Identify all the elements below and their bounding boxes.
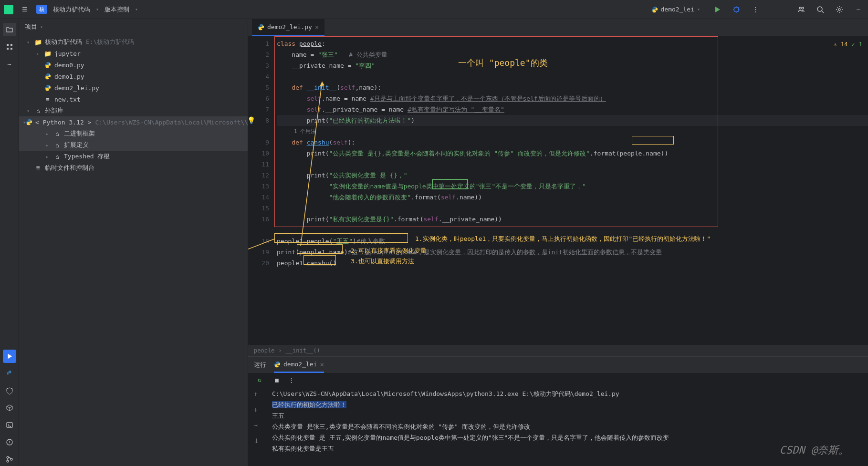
main-menu-icon[interactable]: ☰ <box>19 4 31 15</box>
services-tool-icon[interactable] <box>3 384 16 397</box>
project-tool-icon[interactable] <box>3 23 16 36</box>
svg-rect-8 <box>10 48 12 50</box>
project-badge[interactable]: 核 <box>36 5 47 14</box>
run-button-icon[interactable] <box>711 4 723 15</box>
svg-point-11 <box>7 456 9 458</box>
more-tool-icon[interactable]: ⋯ <box>3 57 16 71</box>
separator: ⋮ <box>288 376 294 383</box>
library-icon: ⌂ <box>34 107 42 114</box>
close-icon[interactable]: × <box>315 23 319 31</box>
svg-point-2 <box>802 7 804 9</box>
expand-icon[interactable]: ▸ <box>46 143 53 148</box>
run-output[interactable]: ↑ ↓ ⇥ ⤓ C:\Users\WZS-CN\AppData\Local\Mi… <box>248 386 868 466</box>
close-icon[interactable]: × <box>320 361 324 368</box>
tree-folder-jupyter[interactable]: ▸📁jupyter <box>19 48 248 59</box>
tree-typeshed[interactable]: ▸⌂Typeshed 存根 <box>19 151 248 162</box>
expand-icon[interactable]: ▸ <box>46 131 53 136</box>
bulb-icon[interactable]: 💡 <box>248 115 255 126</box>
soft-wrap-icon[interactable]: ⇥ <box>254 420 259 431</box>
tree-file-demo0[interactable]: demo0.py <box>19 59 248 71</box>
editor-area: demo2_lei.py × 1 2 3 4 5 6 7 💡8 9 10 11 … <box>248 19 868 466</box>
python-console-icon[interactable] <box>3 367 16 380</box>
svg-point-12 <box>7 460 9 462</box>
debug-button-icon[interactable] <box>731 4 742 15</box>
run-label: 运行 <box>254 361 266 369</box>
search-icon[interactable] <box>815 4 826 15</box>
project-tree: ▾📁核动力驴代码E:\核动力驴代码 ▸📁jupyter demo0.py dem… <box>19 34 248 466</box>
vcs-menu[interactable]: 版本控制 <box>105 5 129 14</box>
output-line: 公共类变量 是张三,类变量是不会随着不同的实例化对象的 "传参" 而改变的，但是… <box>272 421 868 432</box>
rerun-icon[interactable]: ↻ <box>254 374 265 385</box>
scroll-end-icon[interactable]: ⤓ <box>254 435 259 446</box>
folder-icon: 📁 <box>44 50 52 57</box>
python-icon <box>258 24 264 31</box>
expand-icon[interactable]: ▾ <box>27 108 34 114</box>
tree-ext-libs[interactable]: ▾⌂外部库 <box>19 105 248 116</box>
output-line: 私有实例化变量是王五 <box>272 443 868 454</box>
project-header[interactable]: 项目 ▾ <box>19 19 248 34</box>
expand-icon[interactable]: ▸ <box>46 154 53 159</box>
python-icon <box>274 361 281 368</box>
editor-tab-demo2[interactable]: demo2_lei.py × <box>252 19 324 36</box>
run-tab-label: demo2_lei <box>283 361 317 368</box>
run-tool-icon[interactable] <box>3 350 16 363</box>
svg-point-4 <box>838 9 840 10</box>
editor-tabs: demo2_lei.py × <box>248 19 868 36</box>
minimize-icon[interactable]: — <box>853 4 864 15</box>
editor-body[interactable]: 1 2 3 4 5 6 7 💡8 9 10 11 12 13 14 15 16 … <box>248 36 868 345</box>
check-icon: ✓ <box>852 39 855 50</box>
chevron-down-icon: ▾ <box>697 7 700 12</box>
output-line: 公共实例化变量 是 王五,实例化变量的name值是与people类中第一处定义的… <box>272 432 868 443</box>
folder-icon: 📁 <box>34 38 42 46</box>
output-line: 王五 <box>272 410 868 421</box>
tree-file-demo1[interactable]: demo1.py <box>19 71 248 82</box>
tree-extdef[interactable]: ▸⌂扩展定义 <box>19 139 248 151</box>
problems-tool-icon[interactable] <box>3 435 16 449</box>
code-with-me-icon[interactable] <box>795 4 807 15</box>
python-icon <box>651 6 658 13</box>
tool-window-bar-left: ⋯ <box>0 19 19 466</box>
structure-tool-icon[interactable] <box>3 40 16 53</box>
chevron-down-icon: ▾ <box>96 7 99 12</box>
inspections-widget[interactable]: ⚠14 ✓1 <box>834 39 862 50</box>
chevron-right-icon: › <box>278 347 282 354</box>
chevron-down-icon: ▾ <box>40 24 43 30</box>
output-line: C:\Users\WZS-CN\AppData\Local\Microsoft\… <box>272 388 868 399</box>
run-tool-window: 运行 demo2_lei × ↻ ■ ⋮ ↑ ↓ ⇥ ⤓ C:\U <box>248 356 868 466</box>
code-content[interactable]: class people: name = "张三" # 公共类变量 __priv… <box>277 36 868 345</box>
text-file-icon: ≡ <box>44 95 52 103</box>
stop-icon[interactable]: ■ <box>271 374 282 385</box>
svg-rect-6 <box>10 44 12 46</box>
scroll-down-icon[interactable]: ↓ <box>254 404 259 415</box>
run-config-selector[interactable]: demo2_lei ▾ <box>648 4 704 15</box>
run-config-name: demo2_lei <box>661 6 694 13</box>
svg-rect-5 <box>7 44 9 46</box>
library-icon: ⌂ <box>53 141 61 149</box>
breadcrumb-func[interactable]: __init__() <box>286 347 320 354</box>
tree-python-sdk[interactable]: ▾< Python 3.12 >C:\Users\WZS-CN\AppData\… <box>19 116 248 128</box>
tree-file-demo2[interactable]: demo2_lei.py <box>19 82 248 93</box>
svg-rect-7 <box>7 48 9 50</box>
settings-icon[interactable] <box>834 4 845 15</box>
breadcrumb-class[interactable]: people <box>254 347 274 354</box>
more-icon[interactable]: ⋮ <box>750 4 761 15</box>
vcs-tool-icon[interactable] <box>3 453 16 466</box>
warning-icon: ⚠ <box>834 39 837 50</box>
project-name[interactable]: 核动力驴代码 <box>53 5 90 14</box>
expand-icon[interactable]: ▸ <box>36 51 44 56</box>
tab-label: demo2_lei.py <box>267 23 312 31</box>
breadcrumb[interactable]: people › __init__() <box>248 345 868 356</box>
terminal-tool-icon[interactable] <box>3 418 16 432</box>
tree-scratch[interactable]: ≣临时文件和控制台 <box>19 162 248 174</box>
tree-root[interactable]: ▾📁核动力驴代码E:\核动力驴代码 <box>19 36 248 48</box>
packages-tool-icon[interactable] <box>3 401 16 414</box>
scroll-up-icon[interactable]: ↑ <box>254 388 259 399</box>
project-header-label: 项目 <box>25 22 37 31</box>
library-icon: ⌂ <box>53 130 61 137</box>
run-tab-demo2[interactable]: demo2_lei × <box>274 357 324 373</box>
tree-binary[interactable]: ▸⌂二进制框架 <box>19 128 248 139</box>
expand-icon[interactable]: ▾ <box>27 40 34 45</box>
pycharm-logo-icon <box>4 5 13 14</box>
output-highlighted: 已经执行的初始化方法啦！ <box>272 401 346 408</box>
tree-file-newtxt[interactable]: ≡new.txt <box>19 93 248 105</box>
